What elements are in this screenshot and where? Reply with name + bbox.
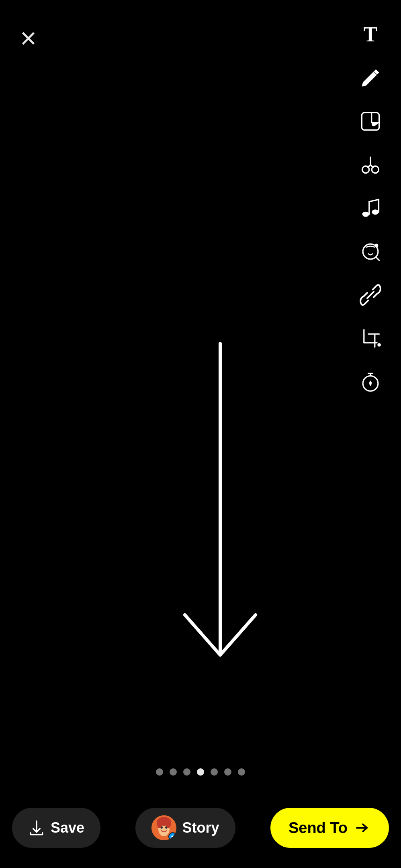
send-to-label: Send To [288, 819, 348, 837]
dot-7[interactable] [238, 768, 245, 776]
svg-point-31 [166, 820, 171, 828]
story-plus-badge: + [168, 832, 176, 840]
dot-5[interactable] [211, 768, 218, 776]
save-label: Save [51, 819, 84, 836]
save-icon [28, 819, 45, 836]
svg-point-30 [157, 820, 162, 828]
save-button[interactable]: Save [12, 808, 100, 848]
dot-1[interactable] [156, 768, 163, 776]
dot-3[interactable] [183, 768, 190, 776]
story-label: Story [182, 819, 219, 836]
dot-6[interactable] [224, 768, 231, 776]
dot-2[interactable] [170, 768, 177, 776]
story-avatar: + [151, 815, 176, 840]
page-dots [0, 768, 401, 776]
dot-4[interactable] [197, 768, 204, 776]
send-to-button[interactable]: Send To [270, 808, 389, 848]
send-to-icon [353, 819, 371, 837]
story-button[interactable]: + Story [135, 808, 235, 848]
canvas-area[interactable] [0, 0, 401, 788]
bottom-bar: Save + Story [0, 788, 401, 868]
